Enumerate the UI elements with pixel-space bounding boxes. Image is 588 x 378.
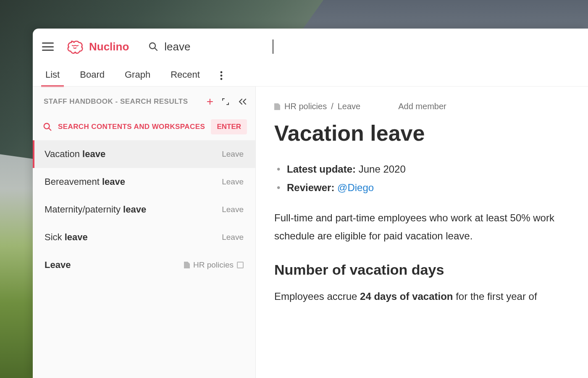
breadcrumb-seg1: HR policies — [284, 102, 327, 111]
search-result-item[interactable]: Sick leaveLeave — [33, 223, 255, 251]
brand-logo[interactable]: Nuclino — [66, 39, 129, 54]
search-all-label: SEARCH CONTENTS AND WORKSPACES — [58, 123, 205, 131]
document-icon — [274, 103, 280, 110]
search-icon — [148, 42, 158, 52]
reviewer-mention[interactable]: @Diego — [337, 182, 374, 193]
tab-list[interactable]: List — [44, 65, 61, 86]
topbar: Nuclino — [33, 29, 588, 65]
section-para-bold: 24 days of vacation — [360, 291, 453, 302]
breadcrumb[interactable]: HR policies / Leave — [274, 102, 360, 111]
search-all-row[interactable]: SEARCH CONTENTS AND WORKSPACES ENTER — [33, 113, 255, 140]
meta-reviewer-label: Reviewer: — [287, 182, 334, 193]
search-result-item[interactable]: Vacation leaveLeave — [33, 140, 255, 168]
app-window: Nuclino List Board Graph Recent STAFF HA… — [33, 29, 588, 378]
breadcrumb-seg2: Leave — [338, 102, 361, 111]
meta-reviewer: Reviewer: @Diego — [274, 182, 588, 194]
search-area — [148, 39, 273, 54]
result-category: Leave — [222, 150, 244, 159]
section-para-suffix: for the first year of — [453, 291, 537, 302]
intro-paragraph: Full-time and part-time employees who wo… — [274, 209, 588, 245]
tab-board[interactable]: Board — [78, 65, 106, 86]
document-icon — [184, 262, 190, 268]
copy-icon — [237, 262, 244, 268]
page-title: Vacation leave — [274, 121, 588, 146]
svg-point-3 — [220, 75, 222, 77]
search-result-item[interactable]: Maternity/paternity leaveLeave — [33, 196, 255, 223]
search-icon — [43, 122, 52, 131]
tabs-more-button[interactable] — [220, 71, 223, 80]
content-pane: HR policies / Leave Add member Vacation … — [256, 87, 588, 378]
svg-line-6 — [49, 128, 51, 131]
svg-line-1 — [155, 48, 157, 50]
result-title: Leave — [45, 260, 71, 270]
result-title: Vacation leave — [45, 149, 105, 160]
section-heading: Number of vacation days — [274, 262, 588, 278]
search-input[interactable] — [164, 39, 273, 54]
collapse-icon[interactable] — [238, 97, 247, 106]
tab-recent[interactable]: Recent — [169, 65, 202, 86]
result-category: Leave — [222, 233, 244, 242]
svg-point-2 — [220, 71, 222, 74]
result-category: Leave — [222, 205, 244, 214]
section-para-prefix: Employees accrue — [274, 291, 360, 302]
main-split: STAFF HANDBOOK - SEARCH RESULTS + SEARCH… — [33, 87, 588, 378]
sidebar-title: STAFF HANDBOOK - SEARCH RESULTS — [44, 97, 199, 106]
result-title: Bereavement leave — [45, 176, 125, 187]
search-results: Vacation leaveLeaveBereavement leaveLeav… — [33, 140, 255, 279]
add-member-button[interactable]: Add member — [398, 102, 446, 111]
menu-button[interactable] — [42, 42, 54, 51]
sidebar: STAFF HANDBOOK - SEARCH RESULTS + SEARCH… — [33, 87, 256, 378]
breadcrumb-row: HR policies / Leave Add member — [274, 102, 588, 111]
meta-update-value: June 2020 — [356, 163, 406, 175]
result-title: Maternity/paternity leave — [45, 204, 146, 215]
sidebar-header: STAFF HANDBOOK - SEARCH RESULTS + — [33, 87, 255, 113]
result-category: Leave — [222, 177, 244, 186]
search-result-item[interactable]: Bereavement leaveLeave — [33, 168, 255, 196]
svg-point-4 — [220, 78, 222, 80]
view-tabs: List Board Graph Recent — [33, 65, 588, 87]
brain-icon — [66, 39, 85, 54]
add-item-button[interactable]: + — [207, 96, 213, 108]
search-result-item[interactable]: LeaveHR policies — [33, 251, 255, 279]
tab-graph[interactable]: Graph — [123, 65, 152, 86]
meta-update-label: Latest update: — [287, 163, 356, 175]
meta-latest-update: Latest update: June 2020 — [274, 163, 588, 175]
result-title: Sick leave — [45, 232, 88, 243]
meta-list: Latest update: June 2020 Reviewer: @Dieg… — [274, 163, 588, 194]
enter-badge: ENTER — [211, 119, 247, 134]
section-paragraph: Employees accrue 24 days of vacation for… — [274, 287, 588, 305]
result-category: HR policies — [184, 260, 244, 270]
breadcrumb-sep: / — [331, 102, 333, 111]
expand-icon[interactable] — [221, 97, 230, 106]
brand-name: Nuclino — [89, 40, 129, 53]
